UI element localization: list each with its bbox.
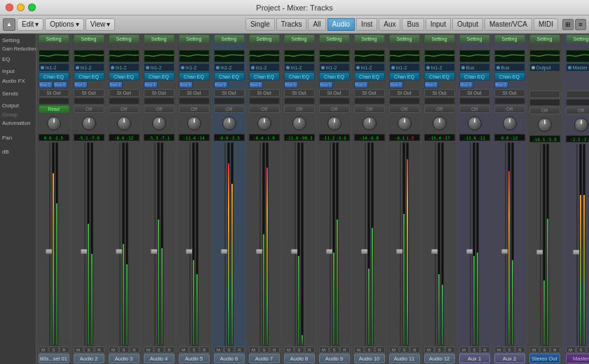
- tab-output[interactable]: Output: [452, 18, 483, 31]
- automation-button[interactable]: Off: [144, 105, 175, 113]
- setting-button[interactable]: Setting: [389, 34, 420, 43]
- tab-mastervca[interactable]: Master/VCA: [485, 18, 532, 31]
- bus1-button[interactable]: Bus 1: [494, 81, 508, 88]
- automation-button[interactable]: Off: [179, 105, 210, 113]
- setting-button[interactable]: Setting: [529, 34, 560, 43]
- output-button[interactable]: St Out: [39, 89, 69, 97]
- pan-knob[interactable]: [503, 116, 517, 130]
- setting-button[interactable]: Setting: [354, 34, 385, 43]
- record-button[interactable]: R: [550, 346, 560, 353]
- channel-name[interactable]: Audio 10: [354, 353, 385, 363]
- record-button[interactable]: R: [480, 346, 490, 353]
- mute-button[interactable]: M: [249, 346, 259, 353]
- close-button[interactable]: [6, 4, 13, 11]
- bus1-button[interactable]: Bus 1: [459, 81, 473, 88]
- record-button[interactable]: R: [235, 346, 245, 353]
- list-view-button[interactable]: ≡: [575, 19, 586, 30]
- channel-name[interactable]: Audio 4: [144, 353, 175, 363]
- solo-button[interactable]: S: [435, 346, 445, 353]
- input-selector[interactable]: In1-2: [39, 63, 69, 72]
- pan-knob[interactable]: [398, 116, 412, 130]
- chan-eq-button[interactable]: Chan EQ: [74, 72, 104, 81]
- pan-knob[interactable]: [433, 116, 447, 130]
- bus1-button[interactable]: Bus 1: [319, 81, 333, 88]
- chan-eq-button[interactable]: Chan EQ: [319, 72, 350, 81]
- input-selector[interactable]: Master: [566, 63, 590, 72]
- channel-name[interactable]: Master: [566, 353, 590, 363]
- input-selector[interactable]: In1-2: [389, 63, 420, 72]
- options-button[interactable]: Options ▾: [45, 18, 83, 31]
- chan-eq-button[interactable]: Chan EQ: [459, 72, 490, 81]
- chan-eq-button[interactable]: Chan EQ: [494, 72, 525, 81]
- automation-button[interactable]: Off: [424, 105, 455, 113]
- setting-button[interactable]: Setting: [494, 34, 525, 43]
- pan-knob[interactable]: [292, 116, 306, 130]
- output-button[interactable]: [566, 90, 590, 98]
- automation-button[interactable]: Off: [319, 105, 350, 113]
- setting-button[interactable]: Setting: [284, 34, 315, 43]
- record-button[interactable]: R: [165, 346, 175, 353]
- automation-button[interactable]: Off: [566, 107, 590, 114]
- mute-button[interactable]: M: [284, 346, 294, 353]
- pan-knob[interactable]: [82, 116, 96, 130]
- chan-eq-button[interactable]: Chan EQ: [424, 72, 455, 81]
- output-button[interactable]: St Out: [144, 89, 175, 97]
- setting-button[interactable]: Setting: [424, 34, 455, 43]
- output-button[interactable]: St Out: [319, 89, 350, 97]
- output-button[interactable]: St Out: [424, 89, 455, 97]
- mute-button[interactable]: M: [424, 346, 434, 353]
- input-selector[interactable]: Bus: [494, 63, 525, 72]
- tab-aux[interactable]: Aux: [379, 18, 400, 31]
- channel-name[interactable]: Aux 2: [494, 353, 525, 363]
- mute-button[interactable]: M: [494, 346, 504, 353]
- setting-button[interactable]: Setting: [249, 34, 280, 43]
- mute-button[interactable]: M: [39, 346, 48, 353]
- channel-name[interactable]: Audio 2: [74, 353, 104, 363]
- channel-name[interactable]: Audio 7: [249, 353, 280, 363]
- tab-tracks[interactable]: Tracks: [276, 18, 307, 31]
- automation-button[interactable]: Off: [389, 105, 420, 113]
- setting-button[interactable]: Setting: [144, 34, 175, 43]
- mute-button[interactable]: M: [214, 346, 224, 353]
- automation-button[interactable]: Off: [249, 105, 280, 113]
- solo-button[interactable]: S: [470, 346, 480, 353]
- solo-button[interactable]: S: [400, 346, 409, 353]
- mute-button[interactable]: M: [144, 346, 154, 353]
- record-button[interactable]: R: [445, 346, 455, 353]
- input-selector[interactable]: In1-2: [179, 63, 210, 72]
- record-button[interactable]: R: [270, 346, 280, 353]
- record-button[interactable]: R: [340, 346, 350, 353]
- chan-eq-button[interactable]: Chan EQ: [354, 72, 385, 81]
- setting-button[interactable]: Setting: [74, 34, 104, 43]
- pan-knob[interactable]: [187, 116, 201, 130]
- pan-knob[interactable]: [538, 118, 552, 132]
- edit-button[interactable]: Edit ▾: [17, 18, 43, 31]
- channel-name[interactable]: Audio 9: [319, 353, 350, 363]
- output-button[interactable]: [529, 90, 560, 98]
- pan-knob[interactable]: [152, 116, 166, 130]
- solo-button[interactable]: S: [119, 346, 129, 353]
- bus1-button[interactable]: Bus 1: [214, 81, 228, 88]
- channel-name[interactable]: 80s...set 01: [39, 353, 69, 363]
- channel-name[interactable]: Aux 1: [459, 353, 490, 363]
- automation-button[interactable]: Off: [494, 105, 525, 113]
- mute-button[interactable]: M: [319, 346, 329, 353]
- tab-audio[interactable]: Audio: [327, 18, 356, 31]
- setting-button[interactable]: Setting: [214, 34, 245, 43]
- input-selector[interactable]: In1-2: [74, 63, 104, 72]
- channel-name[interactable]: Audio 11: [389, 353, 420, 363]
- pan-knob[interactable]: [117, 116, 131, 130]
- input-selector[interactable]: In1-2: [214, 63, 245, 72]
- input-selector[interactable]: In1-2: [249, 63, 280, 72]
- tab-inst[interactable]: Inst: [356, 18, 377, 31]
- automation-button[interactable]: Off: [214, 105, 245, 113]
- automation-button[interactable]: Off: [459, 105, 490, 113]
- solo-button[interactable]: S: [330, 346, 339, 353]
- automation-button[interactable]: Off: [109, 105, 140, 113]
- output-button[interactable]: St Out: [109, 89, 140, 97]
- setting-button[interactable]: Setting: [179, 34, 210, 43]
- input-selector[interactable]: In1-2: [109, 63, 140, 72]
- solo-button[interactable]: S: [505, 346, 515, 353]
- bus1-button[interactable]: Bus 1: [424, 81, 438, 88]
- bus1-button[interactable]: Bus 1: [354, 81, 368, 88]
